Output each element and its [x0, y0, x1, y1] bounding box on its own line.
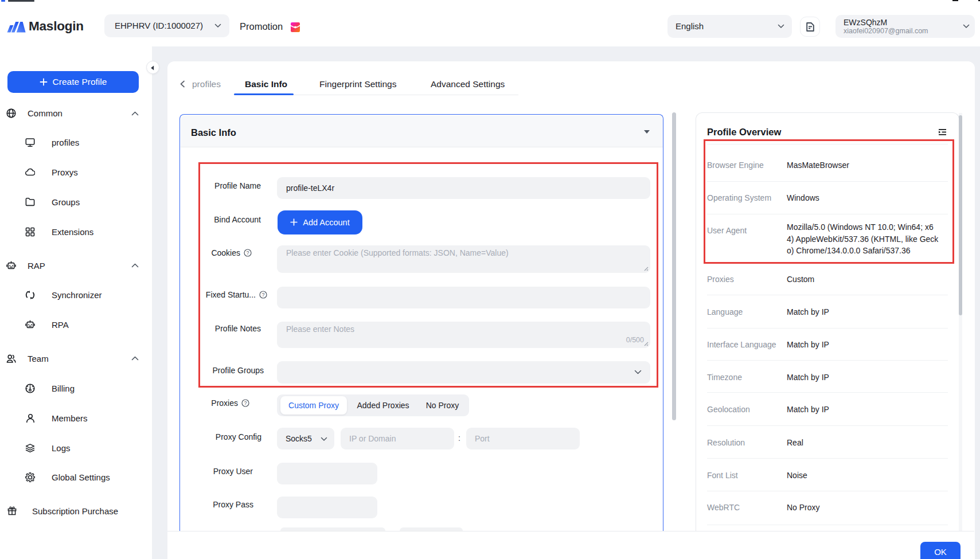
- svg-text:?: ?: [244, 400, 247, 406]
